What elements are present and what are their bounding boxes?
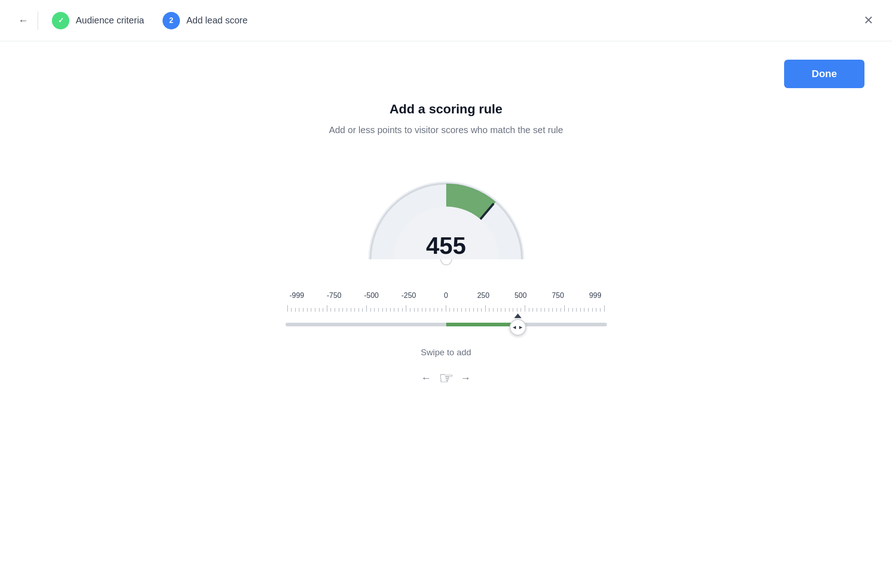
scale-labels: -999 -750 -500 -250 0 250 500 750 999: [286, 291, 607, 300]
tick-mark: [454, 308, 454, 312]
tick-mark: [584, 308, 584, 312]
done-btn-wrapper: Done: [28, 60, 864, 88]
step2-circle: 2: [163, 12, 180, 29]
step2-label: Add lead score: [186, 15, 247, 26]
slider-thumb[interactable]: ◄ ►: [510, 319, 526, 336]
tick-marks: [286, 302, 607, 312]
tick-mark: [303, 308, 303, 312]
tick-mark: [533, 308, 533, 312]
tick-mark: [505, 308, 505, 312]
step2-number: 2: [169, 17, 174, 25]
tick-mark: [549, 308, 549, 312]
tick-mark: [513, 308, 513, 312]
slider-track-fill: [446, 323, 520, 326]
tick-mark: [561, 308, 561, 312]
tick-mark: [438, 308, 438, 312]
content-center: Add a scoring rule Add or less points to…: [28, 102, 864, 388]
tick-mark: [359, 308, 359, 312]
tick-mark: [501, 308, 501, 312]
tick-mark: [390, 308, 391, 312]
tick-mark: [497, 308, 498, 312]
tick-mark: [580, 308, 581, 312]
tick-mark: [592, 308, 593, 312]
tick-mark: [588, 308, 589, 312]
tick-mark: [564, 305, 565, 312]
step2-item: 2 Add lead score: [163, 12, 247, 29]
tick-mark: [493, 308, 494, 312]
tick-mark: [347, 308, 347, 312]
tick-mark: [394, 308, 394, 312]
tick-mark: [370, 308, 371, 312]
left-arrow-icon: ◄: [512, 324, 517, 330]
tick-mark: [331, 308, 331, 312]
step1-item: ✓ Audience criteria: [52, 12, 144, 29]
slider-thumb-container: ◄ ►: [510, 314, 526, 336]
gauge-value: 455: [426, 232, 466, 259]
scoring-rule-subtitle: Add or less points to visitor scores who…: [329, 125, 563, 135]
tick-mark: [552, 308, 553, 312]
tick-mark: [473, 308, 474, 312]
tick-mark: [378, 308, 379, 312]
hand-swipe-icon: ☞: [439, 369, 454, 388]
tick-mark: [299, 308, 299, 312]
swipe-label: Swipe to add: [421, 347, 471, 358]
tick-mark: [442, 308, 442, 312]
tick-mark: [366, 305, 367, 312]
tick-mark: [568, 308, 569, 312]
tick-mark: [362, 308, 363, 312]
swipe-right-arrow-icon: →: [461, 372, 471, 384]
tick-mark: [319, 308, 320, 312]
tick-mark: [418, 308, 418, 312]
back-button[interactable]: ←: [18, 15, 28, 27]
tick-mark: [529, 308, 529, 312]
tick-mark: [398, 308, 398, 312]
slider-thumb-arrows: ◄ ►: [512, 324, 524, 330]
swipe-hint: ← ☞ →: [421, 369, 471, 388]
close-icon: ✕: [864, 13, 874, 27]
right-arrow-icon: ►: [518, 324, 524, 330]
tick-mark: [596, 308, 596, 312]
header-divider: [38, 11, 38, 30]
tick-mark: [426, 308, 426, 312]
tick-mark: [335, 308, 335, 312]
tick-mark: [466, 308, 466, 312]
scale-label-500: 500: [509, 291, 532, 300]
tick-mark: [386, 308, 387, 312]
scale-label-0: 0: [435, 291, 458, 300]
header: ← ✓ Audience criteria 2 Add lead score ✕: [0, 0, 892, 41]
tick-mark: [311, 308, 311, 312]
tick-mark: [509, 308, 510, 312]
scale-label-n750: -750: [323, 291, 346, 300]
slider-track-wrapper: ◄ ►: [286, 315, 607, 334]
slider-arrow-icon: [514, 314, 522, 318]
tick-mark: [457, 308, 458, 312]
tick-mark: [576, 308, 577, 312]
tick-mark: [434, 308, 434, 312]
tick-mark: [572, 308, 573, 312]
close-button[interactable]: ✕: [864, 13, 874, 28]
tick-mark: [449, 308, 450, 312]
tick-mark: [414, 308, 415, 312]
tick-mark: [410, 308, 410, 312]
tick-mark: [295, 308, 296, 312]
tick-mark: [461, 308, 462, 312]
tick-mark: [517, 308, 517, 312]
tick-mark: [422, 308, 422, 312]
step1-check-icon: ✓: [58, 16, 64, 25]
tick-mark: [402, 308, 403, 312]
tick-mark: [600, 308, 600, 312]
tick-mark: [556, 308, 557, 312]
back-arrow-icon: ←: [18, 15, 28, 27]
scale-label-999: 999: [584, 291, 607, 300]
tick-mark: [339, 308, 339, 312]
slider-section: -999 -750 -500 -250 0 250 500 750 999: [286, 291, 607, 388]
done-button[interactable]: Done: [784, 60, 864, 88]
swipe-left-arrow-icon: ←: [421, 372, 432, 384]
tick-mark: [481, 308, 482, 312]
tick-mark: [307, 308, 308, 312]
tick-mark: [544, 308, 545, 312]
tick-mark: [382, 308, 383, 312]
tick-mark: [446, 305, 446, 312]
tick-mark: [525, 305, 525, 312]
tick-mark: [541, 308, 541, 312]
